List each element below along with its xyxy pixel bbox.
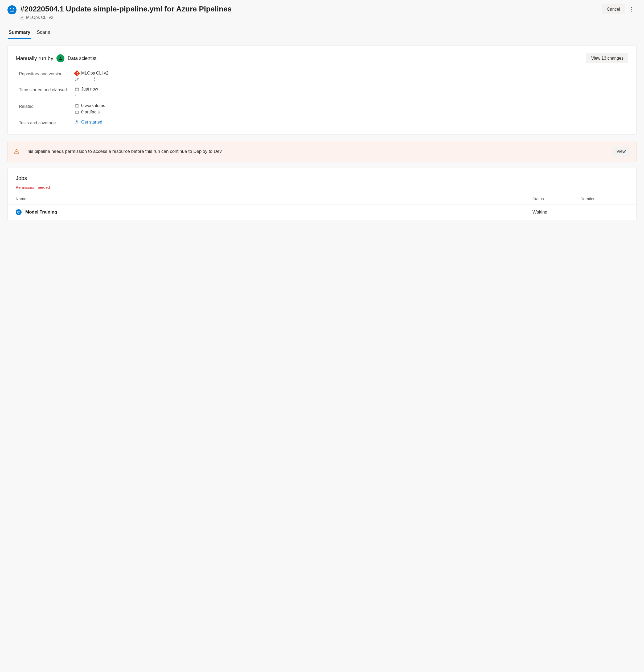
- run-status-icon: [8, 5, 16, 14]
- svg-point-4: [631, 11, 632, 11]
- git-icon: [74, 70, 80, 76]
- view-permission-button[interactable]: View: [612, 146, 630, 157]
- tests-label: Tests and coverage: [19, 120, 70, 126]
- tabs: Summary Scans: [8, 27, 636, 39]
- job-status-icon: [16, 209, 22, 215]
- jobs-card: Jobs Permission needed Name Status Durat…: [8, 168, 636, 220]
- svg-point-9: [94, 79, 95, 80]
- more-actions-button[interactable]: [627, 4, 636, 14]
- pipeline-icon: [20, 15, 24, 20]
- work-items[interactable]: 0 work items: [81, 103, 105, 108]
- pipeline-name: MLOps CLI v2: [26, 15, 53, 20]
- jobs-col-status: Status: [533, 196, 580, 201]
- page-header: #20220504.1 Update simple-pipeline.yml f…: [8, 4, 636, 20]
- related-label: Related: [19, 103, 70, 115]
- svg-rect-10: [75, 88, 79, 91]
- time-elapsed: -: [75, 93, 628, 98]
- svg-rect-1: [21, 18, 24, 19]
- calendar-icon: [75, 87, 79, 91]
- run-by-label: Manually run by: [16, 56, 53, 61]
- repo-label: Repository and version: [19, 71, 70, 82]
- tests-get-started-link[interactable]: Get started: [81, 120, 102, 124]
- jobs-col-name: Name: [16, 196, 533, 201]
- more-vertical-icon: [631, 7, 632, 12]
- svg-point-7: [75, 81, 76, 81]
- repo-value[interactable]: MLOps CLI v2: [81, 71, 108, 76]
- avatar: [57, 54, 64, 62]
- tab-scans[interactable]: Scans: [36, 27, 51, 39]
- branch-icon[interactable]: [75, 77, 79, 82]
- beaker-icon: [75, 120, 79, 124]
- jobs-row[interactable]: Model Training Waiting: [8, 204, 636, 220]
- time-label: Time started and elapsed: [19, 87, 70, 98]
- run-title: #20220504.1 Update simple-pipeline.yml f…: [20, 4, 598, 14]
- svg-point-8: [78, 78, 79, 79]
- artifacts[interactable]: 0 artifacts: [81, 110, 99, 115]
- svg-rect-13: [75, 111, 79, 113]
- jobs-title: Jobs: [16, 175, 628, 181]
- job-status: Waiting: [533, 209, 580, 215]
- jobs-col-duration: Duration: [580, 196, 628, 201]
- package-icon: [75, 110, 79, 114]
- time-started: Just now: [81, 87, 98, 92]
- view-changes-button[interactable]: View 13 changes: [586, 53, 628, 63]
- permission-warning: This pipeline needs permission to access…: [8, 141, 636, 162]
- cancel-button[interactable]: Cancel: [602, 4, 625, 14]
- summary-card: Manually run by Data scientist View 13 c…: [8, 46, 636, 134]
- svg-point-5: [60, 57, 61, 58]
- svg-point-2: [631, 7, 632, 8]
- warning-text: This pipeline needs permission to access…: [25, 148, 607, 155]
- warning-icon: [14, 148, 20, 154]
- svg-point-3: [631, 9, 632, 10]
- permission-needed-text: Permission needed: [16, 185, 628, 190]
- svg-point-6: [75, 78, 76, 79]
- commit-icon[interactable]: [92, 77, 97, 82]
- job-name: Model Training: [25, 209, 57, 215]
- svg-point-14: [16, 153, 17, 153]
- clipboard-icon: [75, 104, 79, 108]
- run-by-user: Data scientist: [68, 56, 96, 61]
- tab-summary[interactable]: Summary: [8, 27, 31, 39]
